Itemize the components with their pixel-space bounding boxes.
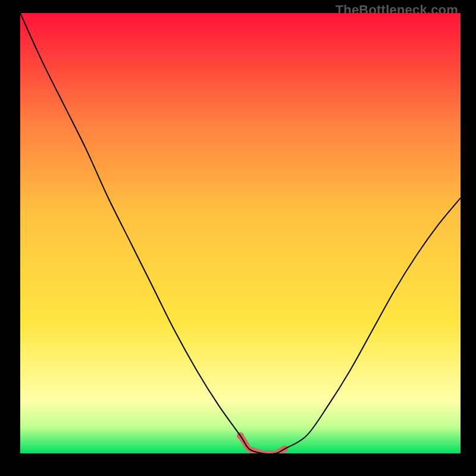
gradient-background [20,13,461,453]
chart-frame: TheBottleneck.com [0,0,476,476]
plot-area [20,13,461,453]
chart-svg [20,13,461,453]
